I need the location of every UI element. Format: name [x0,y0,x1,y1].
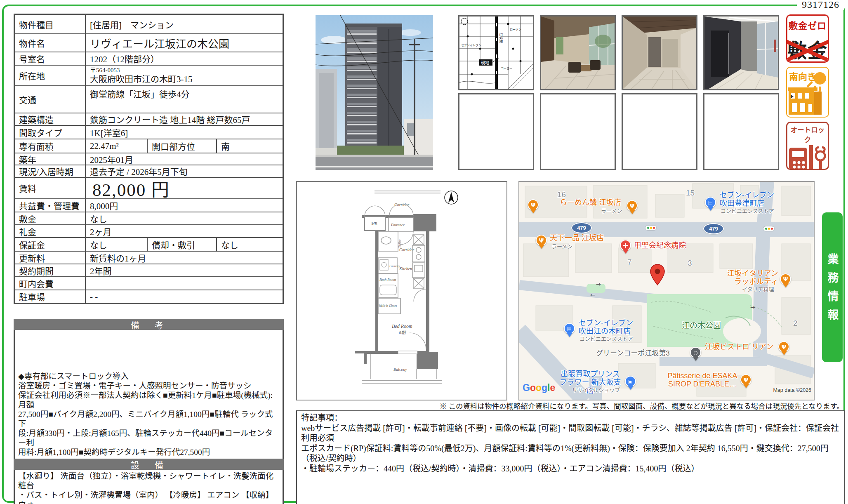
special-notes-box: 特記事項： webサービス広告掲載 [許可]・転載事前連絡 [不要]・画像の転載… [296,410,845,504]
traffic-light-icon [763,226,774,231]
south-facing-badge: 南向き [786,67,829,118]
google-letter: G [523,382,530,393]
table-row: 築年 2025年01月 [15,153,283,165]
address-value: 大阪府吹田市江の木町3-15 [90,74,193,84]
area-map: 16 15 7 3 2 479 479 ← → → らーめん鱗 江坂店 ラーメン… [518,181,815,400]
deposit-zero-icon: 敷金 [787,35,828,63]
restaurant-pin-icon [627,200,638,214]
google-letter: o [530,382,536,393]
amortization-label: 償却・敷引 [148,238,217,251]
autolock-icon [787,145,828,170]
poi-ramen-uroko: らーめん鱗 江坂店 [560,198,621,207]
shop-pin-icon [625,376,636,390]
remarks-text: ◆専有部にスマートロック導入 浴室暖房・ゴミ置場・電子キー・人感照明センサー・防… [18,372,280,457]
opening-direction-value: 南 [217,139,283,153]
south-facing-title: 南向き [789,69,816,82]
special-notes-title: 特記事項： [301,413,840,423]
route-479-shield: 479 [571,222,592,233]
corridor-photo [622,15,697,90]
row-label: 賃料 [15,178,86,198]
poi-category: イタリア料理 [742,287,774,293]
site-map-station-label: 江坂駅 [499,33,503,43]
poi-category: コンビニエンスストア [579,336,633,342]
table-row: 所在地 〒564-0053 大阪府吹田市江の木町3-15 [15,65,283,85]
table-row: 賃料 82,000 円 [15,177,283,198]
row-value: なし [86,212,283,224]
block-number: 3 [688,259,692,267]
poi-bistro: 江坂ビストロ リアン [705,343,773,351]
row-value: 1K[洋室6] [86,126,283,139]
table-row: 駐車場 - - [15,290,283,303]
convenience-pin-icon [705,197,716,211]
fp-entrance: Entrance [391,223,405,227]
poi-patisserie: Pâtisserie de ESAKA SIROP D'ERABLE… [666,372,739,388]
row-label: 交通 [15,86,86,113]
table-row: 現況/入居時期 退去予定 / 2026年5月下旬 [15,165,283,177]
row-value: 2025年01月 [86,153,283,165]
map-copyright: Map data ©2026 [773,387,811,393]
restaurant-pin-icon [740,374,751,388]
postal-code: 〒564-0053 [90,67,120,74]
road-arrow-icon: ← [590,292,595,298]
table-row: 敷金 なし [15,212,283,224]
fp-mb: MB [371,221,377,226]
table-row: 間取タイプ 1K[洋室6] [15,125,283,139]
autolock-title: オートロック [787,125,828,144]
block-number: 15 [686,188,695,197]
poi-category: リサイクルショップ [572,387,620,393]
row-label: 敷金 [15,212,86,224]
row-value: 鉄筋コンクリート造 地上14階 総戸数65戸 [86,113,283,125]
row-label: 礼金 [15,225,86,237]
restaurant-pin-icon [528,199,539,213]
floor-plan: Corridor MB Entranc [296,181,507,400]
special-notes-line: webサービス広告掲載 [許可]・転載事前連絡 [不要]・画像の転載 [可能]・… [301,423,840,443]
poi-park: 江の木公園 [682,321,721,330]
special-notes-line: エポスカード(RP)保証料:賃料等の50%(最低2万)、月額保証料:賃料等の1%… [301,443,840,464]
fp-balcony: Balcony [393,367,407,372]
row-label: 所在地 [15,66,86,85]
traffic-light-icon [645,226,656,230]
row-value [86,277,283,290]
row-label: 物件名 [15,34,86,52]
table-row: 建築構造 鉄筋コンクリート造 地上14階 総戸数65戸 [15,113,283,125]
entrance-hall-photo [703,15,779,90]
table-row: 町内会費 [15,276,283,290]
poi-green-corpo: グリーンコーポ江坂第3 [596,349,670,357]
remarks-box: ◆専有部にスマートロック導入 浴室暖房・ゴミ置場・電子キー・人感照明センサー・防… [14,330,284,459]
fp-laundry: Laundry [389,264,400,268]
empty-photo-slot [622,93,697,170]
poi-category: ラーメン [551,244,572,250]
poi-seven-enoki: セブン-イレブン 吹田江の木町店 [579,319,633,335]
fp-toilet: Toilet [398,239,402,248]
empty-photo-slot [540,93,616,170]
poi-hospital: 甲聖会紀念病院 [634,241,686,250]
row-value: [住居用] マンション [86,15,283,33]
row-label: 専有面積 [15,139,86,153]
row-label: 共益費・管理費 [15,199,86,212]
rent-value: 82,000 円 [86,178,283,198]
building-pin-icon [690,347,701,361]
hospital-pin-icon [620,240,631,254]
row-label: 築年 [15,153,86,165]
table-row: 号室名 1202（12階部分） [15,52,283,65]
fp-corridor: Corridor [399,247,414,252]
site-map-label: セブンイレブン [461,43,481,47]
restaurant-pin-icon [780,273,791,287]
destination-marker-icon [650,264,665,286]
deposit-zero-badge: 敷金ゼロ 敷金 [786,14,829,63]
fp-bedroom: Bed Room [392,323,412,329]
lobby-photo [540,15,616,90]
opening-direction-label: 開口部方位 [148,139,217,153]
row-value: 退去予定 / 2026年5月下旬 [86,165,283,177]
convenience-pin-icon [564,323,575,337]
row-label: 契約期間 [15,264,86,276]
special-notes-line: ・駐輪場ステッカー：440円（税込/契約時）・清掃費：33,000円（税込）・エ… [301,464,840,474]
empty-photo-slot [458,93,534,170]
business-info-tab[interactable]: 業務情報 [822,212,843,362]
block-number: 2 [793,319,798,327]
row-label: 物件種目 [15,15,86,33]
row-value: 新賃料の1ヶ月 [86,252,283,264]
table-row: 物件種目 [住居用] マンション [15,15,283,33]
row-label: 保証金 [15,238,86,251]
site-marker-label: 現地 [481,60,489,65]
